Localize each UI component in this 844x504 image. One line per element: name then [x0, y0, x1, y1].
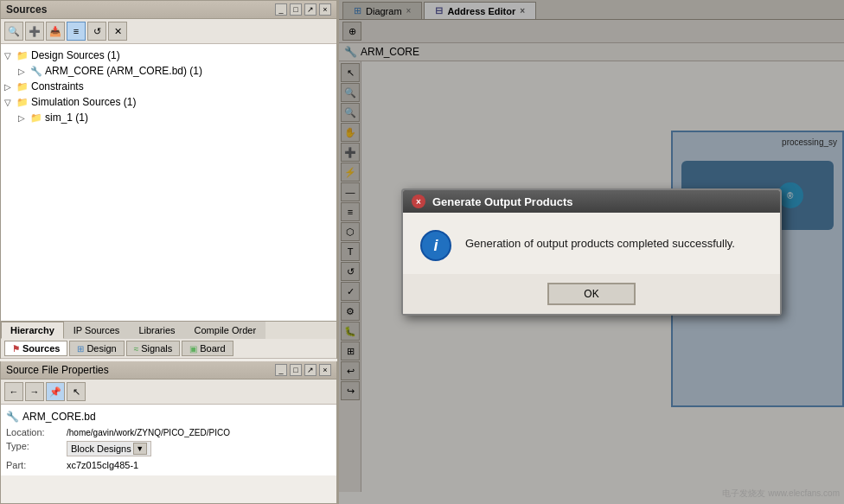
sfp-part-label: Part: — [4, 458, 65, 472]
tree-design-sources[interactable]: ▽ 📁 Design Sources (1) — [3, 48, 335, 63]
sfp-properties: Location: /home/gavin/work/ZYNQ/PICO_ZED… — [4, 425, 333, 472]
tree-item-label: sim_1 (1) — [45, 112, 88, 124]
generate-output-dialog: × Generate Output Products i Generation … — [401, 188, 782, 316]
sfp-minimize-button[interactable]: _ — [275, 364, 287, 376]
modal-close-button[interactable]: × — [412, 195, 425, 208]
refresh-icon[interactable]: ↺ — [87, 22, 106, 41]
forward-icon[interactable]: → — [25, 382, 44, 401]
signals-indicator: ≈ — [134, 344, 139, 354]
subtab-board[interactable]: ▣ Board — [182, 341, 233, 356]
sfp-location-label: Location: — [4, 425, 65, 439]
modal-title-content: × Generate Output Products — [412, 195, 573, 208]
bottom-tabs: Hierarchy IP Sources Libraries Compile O… — [1, 321, 336, 339]
sfp-part-text: xc7z015clg485-1 — [67, 460, 138, 470]
sfp-content: 🔧 ARM_CORE.bd Location: /home/gavin/work… — [1, 405, 336, 475]
sfp-toolbar: ← → 📌 ↖ — [1, 380, 336, 405]
sfp-type-label: Type: — [4, 439, 65, 458]
maximize-button[interactable]: □ — [290, 3, 302, 16]
subtab-sources[interactable]: ⚑ Sources — [4, 341, 67, 356]
expand-icon[interactable]: ≡ — [67, 22, 86, 41]
sfp-titlebar-buttons: _ □ ↗ × — [275, 364, 331, 376]
tree-arm-core[interactable]: ▷ 🔧 ARM_CORE (ARM_CORE.bd) (1) — [3, 63, 335, 79]
sources-indicator: ⚑ — [12, 344, 20, 354]
modal-body: i Generation of output products complete… — [403, 213, 780, 274]
sfp-maximize-button[interactable]: □ — [290, 364, 302, 376]
design-indicator: ⊞ — [77, 344, 84, 354]
sub-tabs: ⚑ Sources ⊞ Design ≈ Signals ▣ Board — [1, 339, 336, 359]
tab-compile-order[interactable]: Compile Order — [185, 322, 266, 339]
board-indicator: ▣ — [189, 344, 197, 354]
close-button[interactable]: × — [319, 3, 331, 16]
expander-icon: ▷ — [18, 67, 30, 76]
tree-sim1[interactable]: ▷ 📁 sim_1 (1) — [3, 110, 335, 125]
sfp-location-row: Location: /home/gavin/work/ZYNQ/PICO_ZED… — [4, 425, 333, 439]
cursor-icon[interactable]: ↖ — [67, 382, 86, 401]
tree-item-label: Constraints — [31, 80, 84, 93]
subtab-signals-label: Signals — [141, 343, 172, 354]
modal-title-text: Generate Output Products — [432, 195, 573, 208]
sfp-type-value: Block Designs ▼ — [65, 439, 333, 458]
modal-titlebar: × Generate Output Products — [403, 190, 780, 213]
tree-constraints[interactable]: ▷ 📁 Constraints — [3, 79, 335, 94]
expander-icon: ▷ — [18, 113, 30, 123]
right-panel: ⊞ Diagram × ⊟ Address Editor × ⊕ 🔧 ARM_C… — [337, 0, 844, 504]
sfp-float-button[interactable]: ↗ — [304, 364, 316, 376]
sfp-close-button[interactable]: × — [319, 364, 331, 376]
sfp-type-dropdown[interactable]: ▼ — [133, 443, 147, 455]
tab-libraries[interactable]: Libraries — [129, 322, 184, 339]
sfp-part-value: xc7z015clg485-1 — [65, 458, 333, 472]
search-icon[interactable]: 🔍 — [4, 22, 23, 41]
modal-message: Generation of output products completed … — [465, 230, 735, 250]
modal-footer: OK — [403, 274, 780, 314]
sources-tree: ▽ 📁 Design Sources (1) ▷ 🔧 ARM_CORE (ARM… — [1, 44, 336, 321]
tree-item-label: Design Sources (1) — [31, 49, 120, 61]
import-icon[interactable]: 📥 — [46, 22, 65, 41]
float-button[interactable]: ↗ — [304, 3, 316, 16]
folder-icon: 📁 — [16, 50, 29, 61]
subtab-board-label: Board — [200, 343, 225, 354]
sfp-titlebar: Source File Properties _ □ ↗ × — [1, 361, 336, 380]
sources-titlebar-buttons: _ □ ↗ × — [275, 3, 331, 16]
sfp-filename-label: ARM_CORE.bd — [22, 411, 96, 423]
tree-simulation-sources[interactable]: ▽ 📁 Simulation Sources (1) — [3, 94, 335, 110]
tab-ip-sources[interactable]: IP Sources — [64, 322, 130, 339]
info-icon: i — [420, 230, 451, 261]
subtab-design-label: Design — [86, 343, 116, 354]
sfp-part-row: Part: xc7z015clg485-1 — [4, 458, 333, 472]
add-sources-icon[interactable]: ➕ — [25, 22, 44, 41]
sources-toolbar: 🔍 ➕ 📥 ≡ ↺ ✕ — [1, 19, 336, 44]
subtab-design[interactable]: ⊞ Design — [69, 341, 124, 356]
expander-icon: ▷ — [4, 82, 16, 92]
sfp-type-row: Type: Block Designs ▼ — [4, 439, 333, 458]
expander-icon: ▽ — [4, 98, 16, 107]
minimize-button[interactable]: _ — [275, 3, 287, 16]
sfp-filename: 🔧 ARM_CORE.bd — [4, 408, 333, 425]
back-icon[interactable]: ← — [4, 382, 23, 401]
pin-icon[interactable]: 📌 — [46, 382, 65, 401]
modal-overlay: × Generate Output Products i Generation … — [339, 0, 844, 504]
sfp-title: Source File Properties — [6, 364, 109, 376]
bd-icon: 🔧 — [30, 66, 42, 77]
tree-item-label: ARM_CORE (ARM_CORE.bd) (1) — [45, 65, 202, 77]
sources-titlebar: Sources _ □ ↗ × — [1, 1, 336, 19]
folder-icon: 📁 — [16, 81, 29, 93]
sources-title: Sources — [6, 3, 47, 16]
sfp-type-box: Block Designs ▼ — [67, 441, 151, 456]
folder-icon: 📁 — [30, 112, 42, 124]
ok-button[interactable]: OK — [547, 283, 635, 305]
sfp-location-value: /home/gavin/work/ZYNQ/PICO_ZED/PICO — [65, 425, 333, 439]
modal-close-label: × — [416, 197, 421, 207]
close-all-icon[interactable]: ✕ — [108, 22, 127, 41]
tree-item-label: Simulation Sources (1) — [31, 96, 136, 108]
folder-icon: 📁 — [16, 97, 29, 108]
sfp-panel: Source File Properties _ □ ↗ × ← → 📌 ↖ 🔧… — [0, 361, 337, 504]
sfp-location-text: /home/gavin/work/ZYNQ/PICO_ZED/PICO — [67, 428, 230, 437]
sfp-type-text: Block Designs — [71, 443, 131, 454]
sources-panel: Sources _ □ ↗ × 🔍 ➕ 📥 ≡ ↺ ✕ ▽ 📁 Design S… — [0, 0, 337, 359]
tab-hierarchy[interactable]: Hierarchy — [1, 322, 64, 339]
subtab-sources-label: Sources — [22, 343, 60, 354]
bd-file-icon: 🔧 — [6, 411, 19, 423]
subtab-signals[interactable]: ≈ Signals — [126, 341, 181, 356]
expander-icon: ▽ — [4, 51, 16, 61]
